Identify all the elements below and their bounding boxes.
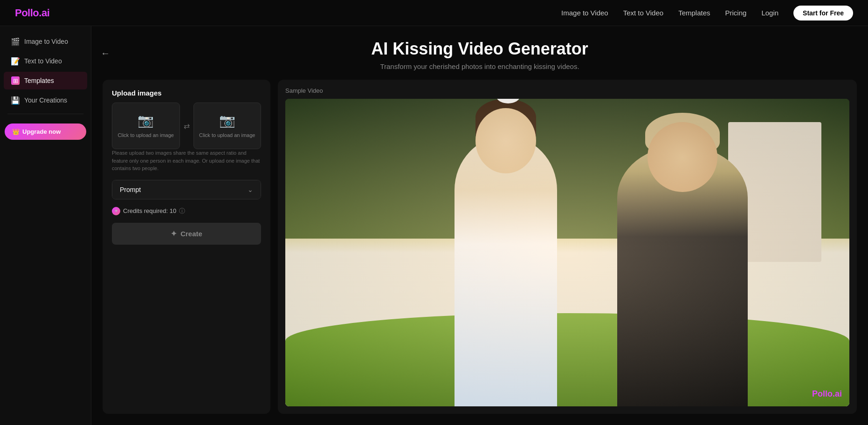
left-panel: Upload images 📷 Click to upload an image…	[103, 80, 270, 414]
start-for-free-button[interactable]: Start for Free	[793, 6, 853, 21]
sidebar-item-image-to-video-label: Image to Video	[24, 38, 68, 45]
upload-icon-2: 📷	[219, 113, 235, 128]
upgrade-icon: 👑	[12, 128, 20, 135]
sidebar: 🎬 Image to Video 📝 Text to Video ⊞ Templ…	[0, 26, 91, 425]
templates-icon: ⊞	[11, 76, 20, 85]
upload-section-title: Upload images	[112, 89, 261, 97]
upload-area: 📷 Click to upload an image ⇄ 📷 Click to …	[112, 103, 261, 149]
main-content: ← AI Kissing Video Generator Transform y…	[91, 26, 868, 425]
text-to-video-icon: 📝	[11, 57, 20, 65]
prompt-label: Prompt	[120, 186, 141, 193]
page-header: ← AI Kissing Video Generator Transform y…	[91, 26, 868, 80]
upload-box-2-label: Click to upload an image	[199, 132, 255, 139]
image-to-video-icon: 🎬	[11, 37, 20, 46]
watermark-suffix: .ai	[833, 389, 842, 398]
create-button[interactable]: ✦ Create	[112, 223, 261, 245]
chevron-down-icon: ⌄	[248, 186, 253, 193]
upload-box-1-label: Click to upload an image	[118, 132, 174, 139]
watermark-text: Pollo	[812, 389, 833, 398]
photo-overlay	[285, 99, 849, 406]
nav-templates[interactable]: Templates	[678, 9, 710, 17]
sidebar-item-your-creations[interactable]: 💾 Your Creations	[4, 91, 87, 109]
sidebar-item-your-creations-label: Your Creations	[24, 96, 67, 104]
header: Pollo.ai Image to Video Text to Video Te…	[0, 0, 868, 26]
nav-text-to-video[interactable]: Text to Video	[623, 9, 663, 17]
sidebar-item-text-to-video-label: Text to Video	[24, 57, 62, 65]
sidebar-item-templates-label: Templates	[24, 77, 54, 84]
sidebar-divider	[7, 114, 83, 114]
upload-box-1[interactable]: 📷 Click to upload an image	[112, 103, 180, 149]
upload-section: Upload images 📷 Click to upload an image…	[112, 89, 261, 172]
sidebar-item-templates[interactable]: ⊞ Templates	[4, 72, 87, 89]
upgrade-label: Upgrade now	[22, 128, 61, 135]
back-button[interactable]: ←	[101, 48, 110, 58]
right-panel: Sample Video	[278, 80, 857, 414]
your-creations-icon: 💾	[11, 96, 20, 104]
upload-note: Please upload two images share the same …	[112, 149, 261, 172]
prompt-section: Prompt ⌄	[112, 180, 261, 199]
content-area: Upload images 📷 Click to upload an image…	[91, 80, 868, 425]
upgrade-now-button[interactable]: 👑 Upgrade now	[5, 123, 86, 140]
logo-suffix: .ai	[39, 7, 49, 19]
upload-box-2[interactable]: 📷 Click to upload an image	[193, 103, 262, 149]
sample-video-image: Pollo.ai	[285, 99, 849, 406]
sidebar-item-image-to-video[interactable]: 🎬 Image to Video	[4, 33, 87, 50]
video-container: Pollo.ai	[285, 99, 849, 406]
logo: Pollo.ai	[15, 7, 49, 19]
sparkle-icon: ✦	[171, 229, 177, 238]
prompt-header[interactable]: Prompt ⌄	[112, 180, 261, 199]
swap-icon: ⇄	[184, 122, 190, 130]
credits-icon: ✦	[112, 207, 120, 215]
nav: Image to Video Text to Video Templates P…	[561, 6, 853, 21]
credits-row: ✦ Credits required: 10 ⓘ	[112, 207, 261, 215]
nav-login[interactable]: Login	[761, 9, 778, 17]
info-icon[interactable]: ⓘ	[179, 207, 185, 215]
nav-pricing[interactable]: Pricing	[725, 9, 747, 17]
sidebar-item-text-to-video[interactable]: 📝 Text to Video	[4, 52, 87, 70]
upload-icon-1: 📷	[138, 113, 154, 128]
credits-label: Credits required: 10	[123, 207, 176, 214]
sample-label: Sample Video	[285, 87, 849, 94]
page-subtitle: Transform your cherished photos into enc…	[91, 62, 868, 70]
nav-image-to-video[interactable]: Image to Video	[561, 9, 608, 17]
page-title: AI Kissing Video Generator	[91, 39, 868, 59]
logo-text: Pollo	[15, 7, 39, 19]
watermark: Pollo.ai	[812, 389, 842, 399]
app-body: 🎬 Image to Video 📝 Text to Video ⊞ Templ…	[0, 26, 868, 425]
create-label: Create	[180, 230, 202, 238]
